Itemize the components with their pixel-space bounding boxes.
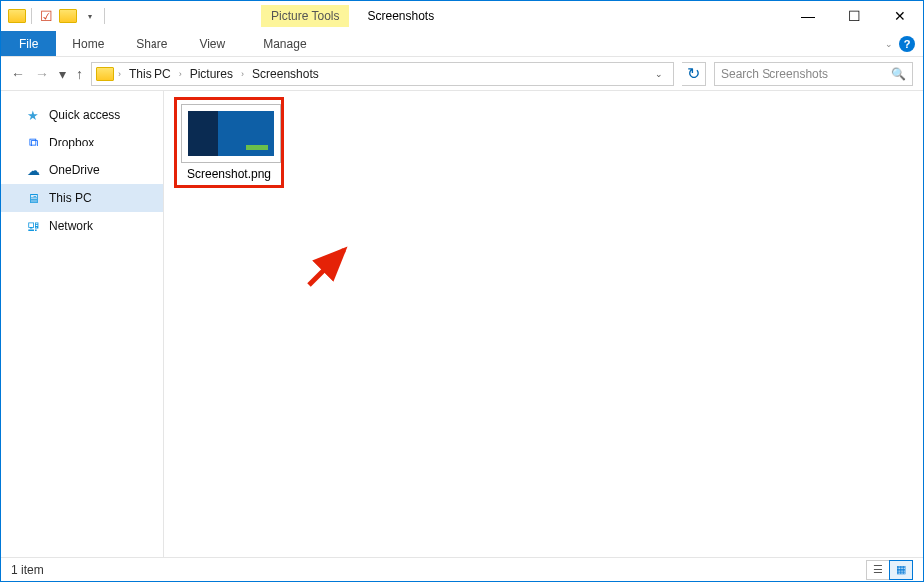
separator: [104, 8, 105, 24]
back-button[interactable]: ←: [11, 66, 25, 82]
star-icon: ★: [25, 107, 41, 123]
item-count: 1 item: [11, 563, 44, 577]
breadcrumb-segment[interactable]: This PC: [125, 67, 175, 81]
address-dropdown-icon[interactable]: ⌄: [649, 69, 669, 79]
sidebar-item-label: OneDrive: [49, 163, 100, 177]
navigation-pane: ★ Quick access ⧉ Dropbox ☁ OneDrive 🖥 Th…: [1, 91, 164, 557]
sidebar-item-quick-access[interactable]: ★ Quick access: [1, 101, 163, 129]
file-item[interactable]: Screenshot.png: [174, 97, 284, 188]
tab-manage[interactable]: Manage: [247, 31, 322, 56]
navigation-bar: ← → ▾ ↑ › This PC › Pictures › Screensho…: [1, 57, 923, 91]
status-bar: 1 item ☰ ▦: [1, 557, 923, 581]
address-bar[interactable]: › This PC › Pictures › Screenshots ⌄: [91, 62, 674, 86]
network-icon: 🖳: [25, 218, 41, 234]
search-icon: 🔍: [891, 67, 906, 81]
tab-share[interactable]: Share: [120, 31, 183, 56]
properties-icon[interactable]: ☑: [36, 6, 56, 26]
sidebar-item-onedrive[interactable]: ☁ OneDrive: [1, 156, 163, 184]
search-placeholder: Search Screenshots: [721, 67, 828, 81]
quick-access-toolbar: ☑ ▾: [1, 6, 107, 26]
window-title: Screenshots: [367, 9, 434, 23]
breadcrumb-segment[interactable]: Pictures: [186, 67, 237, 81]
folder-icon: [96, 67, 114, 81]
nav-arrows: ← → ▾ ↑: [11, 66, 83, 82]
ribbon-tabs: File Home Share View Manage ⌄ ?: [1, 31, 923, 57]
dropbox-icon: ⧉: [25, 135, 41, 150]
cloud-icon: ☁: [25, 162, 41, 178]
minimize-button[interactable]: —: [785, 1, 831, 31]
sidebar-item-this-pc[interactable]: 🖥 This PC: [1, 184, 163, 212]
file-name: Screenshot.png: [181, 167, 277, 181]
close-button[interactable]: ✕: [877, 1, 923, 31]
ribbon-expand-icon[interactable]: ⌄: [885, 39, 893, 49]
history-dropdown-icon[interactable]: ▾: [59, 66, 66, 82]
file-view[interactable]: Screenshot.png: [164, 91, 923, 557]
view-mode-toggles: ☰ ▦: [867, 560, 913, 580]
contextual-tab-label: Picture Tools: [261, 5, 349, 27]
sidebar-item-label: Network: [49, 219, 93, 233]
chevron-right-icon[interactable]: ›: [118, 69, 121, 79]
new-folder-icon[interactable]: [58, 6, 78, 26]
breadcrumb-segment[interactable]: Screenshots: [248, 67, 323, 81]
file-thumbnail: [181, 104, 281, 163]
search-input[interactable]: Search Screenshots 🔍: [714, 62, 913, 86]
sidebar-item-label: Dropbox: [49, 136, 94, 149]
tab-view[interactable]: View: [183, 31, 241, 56]
help-icon[interactable]: ?: [899, 36, 915, 52]
refresh-button[interactable]: ↻: [682, 62, 706, 86]
thumbnails-view-button[interactable]: ▦: [889, 560, 913, 580]
tab-home[interactable]: Home: [56, 31, 120, 56]
chevron-right-icon[interactable]: ›: [241, 69, 244, 79]
monitor-icon: 🖥: [25, 190, 41, 206]
sidebar-item-dropbox[interactable]: ⧉ Dropbox: [1, 129, 163, 156]
details-view-button[interactable]: ☰: [866, 560, 890, 580]
qat-dropdown-icon[interactable]: ▾: [80, 6, 100, 26]
chevron-right-icon[interactable]: ›: [179, 69, 182, 79]
window-controls: — ☐ ✕: [785, 1, 923, 31]
explorer-body: ★ Quick access ⧉ Dropbox ☁ OneDrive 🖥 Th…: [1, 91, 923, 557]
file-tab[interactable]: File: [1, 31, 56, 56]
svg-line-0: [309, 250, 344, 285]
up-button[interactable]: ↑: [76, 66, 83, 82]
annotation-arrow-icon: [304, 240, 354, 290]
titlebar: ☑ ▾ Picture Tools Screenshots — ☐ ✕: [1, 1, 923, 31]
forward-button[interactable]: →: [35, 66, 49, 82]
sidebar-item-network[interactable]: 🖳 Network: [1, 212, 163, 240]
sidebar-item-label: Quick access: [49, 108, 120, 122]
sidebar-item-label: This PC: [49, 191, 92, 205]
folder-icon: [7, 6, 27, 26]
separator: [31, 8, 32, 24]
maximize-button[interactable]: ☐: [831, 1, 877, 31]
